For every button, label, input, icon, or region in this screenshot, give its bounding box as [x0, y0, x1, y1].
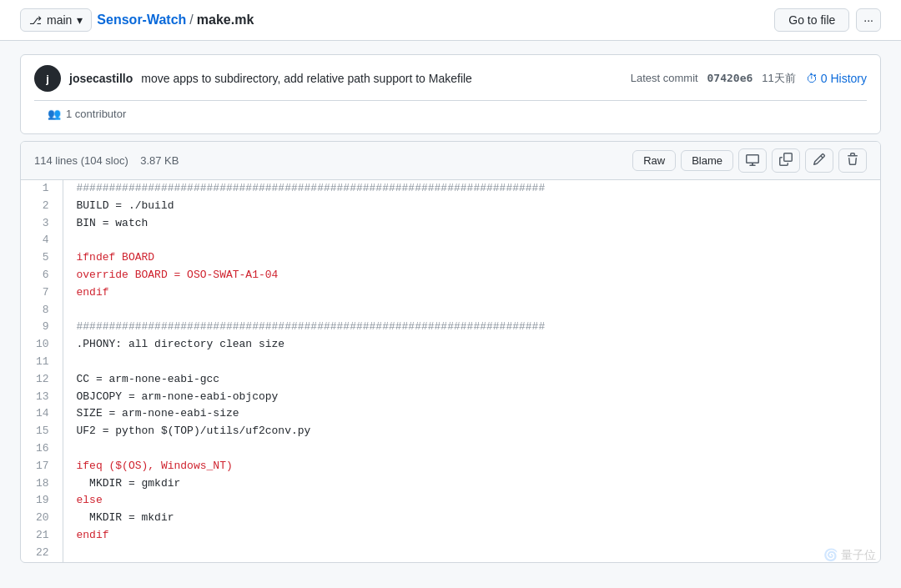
file-header: 114 lines (104 sloc) 3.87 KB Raw Blame	[21, 142, 880, 180]
line-number: 1	[21, 180, 63, 198]
pencil-icon	[813, 153, 826, 166]
blame-button[interactable]: Blame	[681, 150, 733, 171]
table-row: 18 MKDIR = gmkdir	[21, 475, 880, 493]
line-code: BIN = watch	[63, 215, 880, 233]
line-code	[63, 440, 880, 458]
line-number: 21	[21, 527, 63, 545]
commit-latest-label: Latest commit 07420e6 11天前	[631, 71, 796, 86]
commit-time: 11天前	[762, 72, 795, 84]
table-row: 17ifeq ($(OS), Windows_NT)	[21, 458, 880, 475]
line-code: endif	[63, 527, 880, 545]
desktop-icon-button[interactable]	[738, 148, 767, 173]
line-number: 7	[21, 284, 63, 302]
branch-label: main	[47, 13, 72, 27]
code-table: 1#######################################…	[21, 180, 880, 562]
line-number: 4	[21, 232, 63, 249]
table-row: 11	[21, 354, 880, 371]
file-lines: 114 lines (104 sloc)	[34, 154, 128, 167]
line-number: 19	[21, 492, 63, 510]
copy-icon	[779, 153, 793, 166]
table-row: 2BUILD = ./build	[21, 198, 880, 215]
go-to-file-button[interactable]: Go to file	[774, 8, 849, 32]
table-row: 14SIZE = arm-none-eabi-size	[21, 405, 880, 423]
table-row: 16	[21, 440, 880, 458]
avatar-initial: j	[46, 73, 49, 85]
line-code	[63, 354, 880, 371]
commit-hash-value[interactable]: 07420e6	[707, 72, 753, 84]
line-code: override BOARD = OSO-SWAT-A1-04	[63, 267, 880, 284]
line-code: endif	[63, 284, 880, 302]
desktop-icon	[746, 153, 759, 166]
table-row: 8	[21, 302, 880, 319]
edit-button[interactable]	[805, 148, 833, 173]
commit-row: j josecastillo move apps to subdirectory…	[34, 65, 867, 92]
line-code: ########################################…	[63, 180, 880, 198]
more-options-button[interactable]: ···	[856, 8, 881, 32]
contributors-label: 1 contributor	[66, 108, 126, 120]
line-code	[63, 232, 880, 249]
breadcrumb-separator: /	[189, 13, 193, 28]
file-card: 114 lines (104 sloc) 3.87 KB Raw Blame 1…	[20, 141, 881, 563]
line-code: ifeq ($(OS), Windows_NT)	[63, 458, 880, 475]
line-number: 22	[21, 545, 63, 562]
line-number: 3	[21, 215, 63, 233]
line-code: UF2 = python $(TOP)/utils/uf2conv.py	[63, 423, 880, 440]
table-row: 6override BOARD = OSO-SWAT-A1-04	[21, 267, 880, 284]
line-code	[63, 545, 880, 562]
line-number: 16	[21, 440, 63, 458]
line-number: 5	[21, 249, 63, 267]
avatar: j	[34, 65, 61, 92]
line-code	[63, 302, 880, 319]
commit-author[interactable]: josecastillo	[69, 72, 133, 85]
history-label: History	[830, 72, 867, 85]
history-count: 0	[821, 72, 828, 85]
line-code: BUILD = ./build	[63, 198, 880, 215]
raw-button[interactable]: Raw	[632, 150, 676, 171]
copy-button[interactable]	[772, 148, 800, 173]
line-number: 8	[21, 302, 63, 319]
table-row: 12CC = arm-none-eabi-gcc	[21, 371, 880, 389]
commit-right: Latest commit 07420e6 11天前 ⏱ 0 History	[631, 71, 867, 86]
table-row: 21endif	[21, 527, 880, 545]
top-bar: ⎇ main ▾ Sensor-Watch / make.mk Go to fi…	[0, 0, 901, 41]
contributors-icon: 👥	[48, 108, 61, 120]
line-number: 6	[21, 267, 63, 284]
table-row: 3BIN = watch	[21, 215, 880, 233]
commit-message: move apps to subdirectory, add relative …	[141, 72, 472, 85]
line-code: else	[63, 492, 880, 510]
line-number: 11	[21, 354, 63, 371]
line-number: 15	[21, 423, 63, 440]
history-link[interactable]: ⏱ 0 History	[806, 72, 867, 85]
commit-card: j josecastillo move apps to subdirectory…	[20, 54, 881, 134]
branch-selector[interactable]: ⎇ main ▾	[20, 8, 92, 32]
table-row: 20 MKDIR = mkdir	[21, 510, 880, 527]
breadcrumb-repo[interactable]: Sensor-Watch	[97, 13, 186, 28]
line-code: MKDIR = mkdir	[63, 510, 880, 527]
line-code: ########################################…	[63, 319, 880, 336]
line-number: 20	[21, 510, 63, 527]
file-meta: 114 lines (104 sloc) 3.87 KB	[34, 154, 179, 167]
line-number: 10	[21, 336, 63, 354]
table-row: 13OBJCOPY = arm-none-eabi-objcopy	[21, 389, 880, 406]
line-number: 2	[21, 198, 63, 215]
line-number: 14	[21, 405, 63, 423]
line-code: SIZE = arm-none-eabi-size	[63, 405, 880, 423]
line-code: ifndef BOARD	[63, 249, 880, 267]
file-actions: Raw Blame	[632, 148, 867, 173]
table-row: 15UF2 = python $(TOP)/utils/uf2conv.py	[21, 423, 880, 440]
table-row: 7endif	[21, 284, 880, 302]
line-number: 17	[21, 458, 63, 475]
commit-left: j josecastillo move apps to subdirectory…	[34, 65, 472, 92]
table-row: 22	[21, 545, 880, 562]
breadcrumb-file: make.mk	[197, 13, 254, 28]
history-clock-icon: ⏱	[806, 72, 818, 85]
file-size: 3.87 KB	[140, 154, 179, 167]
table-row: 9#######################################…	[21, 319, 880, 336]
chevron-down-icon: ▾	[77, 13, 83, 27]
breadcrumb: Sensor-Watch / make.mk	[97, 13, 254, 28]
top-bar-left: ⎇ main ▾ Sensor-Watch / make.mk	[20, 8, 254, 32]
delete-button[interactable]	[838, 148, 867, 173]
table-row: 10.PHONY: all directory clean size	[21, 336, 880, 354]
table-row: 1#######################################…	[21, 180, 880, 198]
line-number: 9	[21, 319, 63, 336]
